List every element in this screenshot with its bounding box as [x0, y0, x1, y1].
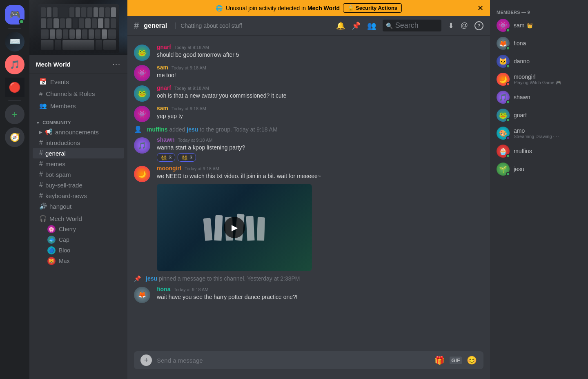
member-status-moongirl — [506, 82, 510, 86]
server-icon-3[interactable]: 🔴 — [5, 78, 24, 97]
member-item-danno[interactable]: 🐱 danno — [493, 52, 585, 70]
help-icon[interactable]: ? — [474, 21, 483, 30]
sidebar-item-channels-roles[interactable]: # Channels & Roles — [33, 88, 124, 100]
member-name-muffins: muffins — [514, 148, 532, 154]
community-category[interactable]: ▼ COMMUNITY — [29, 114, 127, 127]
reaction-count-2: 3 — [189, 154, 192, 161]
voice-section-label: Mech World — [49, 215, 82, 222]
avatar-gnarf-1[interactable]: 🐸 — [134, 45, 150, 61]
member-status-shawn — [506, 100, 510, 104]
sidebar-item-events[interactable]: 📅 Events — [33, 76, 124, 88]
member-activity-moongirl: Playing Witch Game 🎮 — [514, 80, 581, 85]
gift-icon[interactable]: 🎁 — [434, 355, 445, 365]
add-server-button[interactable]: + — [5, 105, 24, 124]
message-text-sam-1: me too! — [157, 71, 483, 79]
sidebar-channel-buy-sell-trade[interactable]: # buy-sell-trade — [33, 180, 124, 190]
sidebar-channel-introductions[interactable]: # introductions — [33, 137, 124, 148]
sidebar-main-nav: 📅 Events # Channels & Roles 👥 Members — [29, 74, 127, 114]
voice-member-max[interactable]: 😸 Max — [33, 256, 124, 266]
member-item-shawn[interactable]: 🎵 shawn — [493, 88, 585, 106]
message-author-moongirl[interactable]: moongirl — [157, 165, 181, 172]
message-content-sam-2: sam Today at 9:18 AM yep yep ty — [157, 105, 483, 122]
sidebar-item-members[interactable]: 👥 Members — [33, 100, 124, 112]
system-target-jesu[interactable]: jesu — [187, 126, 198, 133]
message-timestamp-moongirl: Today at 9:18 AM — [185, 166, 219, 171]
message-input[interactable] — [157, 357, 430, 364]
sidebar-channel-general[interactable]: # general — [33, 148, 124, 158]
download-icon[interactable]: ⬇ — [448, 21, 454, 30]
at-mention-icon[interactable]: @ — [461, 21, 468, 30]
voice-member-cap-label: Cap — [59, 236, 69, 243]
security-actions-button[interactable]: 🔒 Security Actions — [343, 3, 402, 13]
avatar-moongirl[interactable]: 🌙 — [134, 166, 150, 182]
channels-roles-icon: # — [39, 90, 42, 97]
member-item-sam[interactable]: 👾 sam 👑 — [493, 16, 585, 34]
sidebar-channel-hangout[interactable]: 🔊 hangout — [33, 201, 124, 212]
voice-member-cherry[interactable]: 🌸 Cherry — [33, 224, 124, 234]
server-banner — [29, 0, 127, 55]
gif-button[interactable]: GIF — [450, 357, 462, 364]
message-author-shawn[interactable]: shawn — [157, 136, 175, 143]
sidebar-channel-memes[interactable]: # memes — [33, 158, 124, 169]
voice-member-cap[interactable]: 🧢 Cap — [33, 234, 124, 245]
reaction-shawn-2[interactable]: 👯 3 — [178, 153, 196, 162]
member-item-jesu[interactable]: 🌱 jesu — [493, 160, 585, 178]
members-list-icon[interactable]: 👥 — [367, 21, 376, 30]
avatar-sam-2[interactable]: 👾 — [134, 106, 150, 122]
server-options-icon[interactable]: ··· — [112, 60, 121, 69]
play-button[interactable]: ▶ — [224, 217, 245, 238]
pin-message: 📌 jesu pinned a message to this channel.… — [127, 273, 490, 284]
server-header[interactable]: Mech World ··· — [29, 55, 127, 74]
pin-message-text: jesu pinned a message to this channel. Y… — [146, 275, 300, 282]
member-info-shawn: shawn — [514, 94, 581, 100]
message-author-sam[interactable]: sam — [157, 64, 168, 71]
member-avatar-wrap-moongirl: 🌙 — [497, 73, 510, 86]
avatar-fiona[interactable]: 🦊 — [134, 287, 150, 303]
message-text-sam-2: yep yep ty — [157, 112, 483, 120]
message-timestamp-gnarf-2: Today at 9:18 AM — [174, 86, 209, 91]
server-icon-2[interactable]: 🎵 — [5, 55, 24, 74]
explore-button[interactable]: 🧭 — [5, 127, 24, 147]
message-shawn: 🎵 shawn Today at 9:18 AM wanna start a k… — [127, 135, 490, 163]
messages-container[interactable]: 🐸 gnarf Today at 9:18 AM should be good … — [127, 36, 490, 351]
voice-icon-hangout: 🔊 — [39, 203, 47, 210]
discord-home-button[interactable]: 🎮 — [5, 5, 24, 25]
add-file-button[interactable]: + — [140, 354, 152, 366]
message-header-shawn: shawn Today at 9:18 AM — [157, 136, 483, 143]
member-item-muffins[interactable]: 🧁 muffins — [493, 142, 585, 160]
avatar-gnarf-2[interactable]: 🐸 — [134, 85, 150, 102]
member-item-moongirl[interactable]: 🌙 moongirl Playing Witch Game 🎮 — [493, 70, 585, 88]
message-author-gnarf[interactable]: gnarf — [157, 44, 171, 50]
server-icon-mech-world: ⌨️ — [5, 32, 24, 51]
video-embed[interactable]: ▶ — [157, 184, 312, 271]
close-banner-button[interactable]: ✕ — [477, 4, 483, 13]
hash-icon-keyboard-news: # — [39, 192, 43, 199]
sidebar-channel-general-label: general — [45, 150, 66, 157]
member-item-gnarf[interactable]: 🐸 gnarf — [493, 106, 585, 124]
message-author-sam-2[interactable]: sam — [157, 105, 168, 111]
message-author-gnarf-2[interactable]: gnarf — [157, 85, 171, 91]
reaction-shawn-1[interactable]: 👯 3 — [157, 153, 175, 162]
member-item-amo[interactable]: 🎨 amo Streaming Drawing · · · — [493, 124, 585, 142]
member-info-muffins: muffins — [514, 148, 581, 154]
system-actor-muffins[interactable]: muffins — [147, 126, 168, 133]
sidebar-channel-announcements[interactable]: ▶ 📢 announcements — [33, 127, 124, 137]
sidebar-channel-keyboard-news[interactable]: # keyboard-news — [33, 190, 124, 201]
avatar-shawn[interactable]: 🎵 — [134, 137, 150, 154]
voice-member-bloo-label: Bloo — [59, 247, 70, 254]
sidebar-voice-section-header[interactable]: 🎧 Mech World — [33, 213, 124, 224]
members-sidebar: MEMBERS — 9 👾 sam 👑 🦊 fiona 🐱 danno — [490, 0, 588, 379]
message-author-fiona[interactable]: fiona — [157, 286, 170, 292]
emoji-picker-button[interactable]: 😊 — [467, 355, 477, 365]
sidebar-channel-bot-spam[interactable]: # bot-spam — [33, 169, 124, 180]
avatar-sam-1[interactable]: 👾 — [134, 65, 150, 81]
bell-icon[interactable]: 🔔 — [336, 21, 345, 30]
search-box[interactable]: 🔍 Search — [383, 20, 441, 31]
member-item-fiona[interactable]: 🦊 fiona — [493, 34, 585, 52]
pin-actor-jesu[interactable]: jesu — [146, 275, 157, 282]
server-icon-1[interactable]: ⌨️ — [5, 32, 24, 51]
voice-member-bloo[interactable]: 🔵 Bloo — [33, 245, 124, 256]
member-name-danno: danno — [514, 58, 530, 65]
pin-header-icon[interactable]: 📌 — [352, 21, 361, 30]
sidebar-scroll: 📅 Events # Channels & Roles 👥 Members ▼ … — [29, 74, 127, 379]
